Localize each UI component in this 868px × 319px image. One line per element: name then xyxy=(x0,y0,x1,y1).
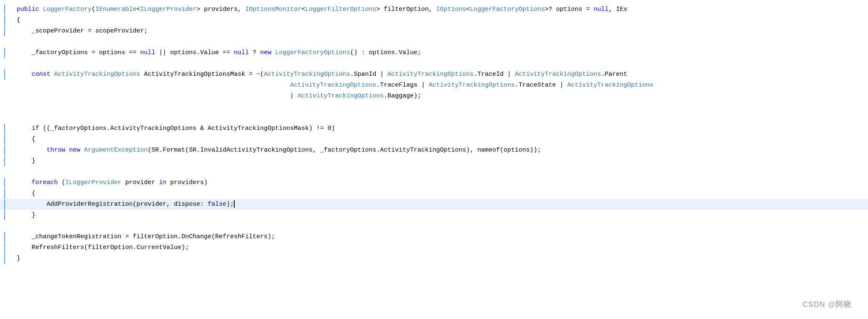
line-content: } xyxy=(8,156,35,166)
token-interface: ILoggerProvider xyxy=(140,6,196,13)
code-line: } xyxy=(0,156,868,167)
line-gutter xyxy=(0,70,5,80)
token-type: LoggerFactoryOptions xyxy=(275,49,350,56)
code-line: throw new ArgumentException(SR.Format(SR… xyxy=(0,145,868,156)
token-plain: ); xyxy=(226,201,234,208)
line-gutter xyxy=(0,189,5,199)
token-plain xyxy=(17,82,290,89)
token-plain: _scopeProvider = scopeProvider; xyxy=(17,27,148,35)
line-gutter xyxy=(0,59,5,69)
token-kw: false xyxy=(208,201,226,208)
token-type: ActivityTrackingOptions xyxy=(264,71,350,78)
token-plain: providers) xyxy=(166,179,208,186)
token-kw: null xyxy=(140,49,155,56)
code-line: public LoggerFactory(IEnumerable<ILogger… xyxy=(0,4,868,15)
token-plain: ? xyxy=(249,49,260,56)
line-gutter xyxy=(0,156,5,166)
line-content: _changeTokenRegistration = filterOption.… xyxy=(8,232,275,242)
token-plain: .TraceState | xyxy=(515,82,567,89)
line-gutter xyxy=(0,221,5,231)
code-line: _factoryOptions = options == null || opt… xyxy=(0,47,868,58)
token-plain: ( xyxy=(92,6,95,13)
line-gutter xyxy=(0,210,5,220)
token-plain xyxy=(271,49,275,56)
token-plain xyxy=(17,71,32,78)
token-interface: IOptions xyxy=(436,6,466,13)
code-line: { xyxy=(0,15,868,26)
code-line: } xyxy=(0,210,868,221)
line-content: if ((_factoryOptions.ActivityTrackingOpt… xyxy=(8,124,335,134)
code-line: _changeTokenRegistration = filterOption.… xyxy=(0,232,868,242)
token-plain xyxy=(65,147,69,154)
token-kw: public xyxy=(17,6,39,13)
token-type: ActivityTrackingOptions xyxy=(54,71,140,78)
token-plain: _changeTokenRegistration = filterOption.… xyxy=(17,233,275,240)
code-line: const ActivityTrackingOptions ActivityTr… xyxy=(0,69,868,80)
line-gutter xyxy=(0,145,5,155)
token-plain xyxy=(39,6,43,13)
token-plain: } xyxy=(17,157,35,164)
token-plain: .SpanId | xyxy=(350,71,387,78)
token-kw: const xyxy=(32,71,50,78)
code-line: } xyxy=(0,253,868,264)
token-plain: (SR.Format(SR.InvalidActivityTrackingOpt… xyxy=(148,147,541,154)
code-line xyxy=(0,221,868,232)
token-plain: RefreshFilters(filterOption.CurrentValue… xyxy=(17,244,189,251)
token-plain: ActivityTrackingOptionsMask = ~( xyxy=(140,71,264,78)
line-content xyxy=(8,113,20,123)
code-line xyxy=(0,167,868,177)
token-kw: throw xyxy=(47,147,65,154)
token-plain: >? options = xyxy=(545,6,593,13)
token-type: ActivityTrackingOptions xyxy=(515,71,601,78)
code-container: public LoggerFactory(IEnumerable<ILogger… xyxy=(0,0,868,319)
token-plain: < xyxy=(136,6,140,13)
line-gutter xyxy=(0,102,5,112)
token-type: ActivityTrackingOptions xyxy=(290,82,376,89)
line-content: RefreshFilters(filterOption.CurrentValue… xyxy=(8,243,189,253)
token-kw: in xyxy=(159,179,166,186)
token-plain: .Baggage); xyxy=(384,92,421,100)
line-content: { xyxy=(8,189,35,199)
line-content xyxy=(8,59,20,69)
token-interface: LoggerFactoryOptions xyxy=(470,6,545,13)
token-interface: LoggerFilterOptions xyxy=(305,6,376,13)
code-line: ActivityTrackingOptions.TraceFlags | Act… xyxy=(0,80,868,91)
token-plain: .TraceFlags | xyxy=(376,82,429,89)
line-gutter xyxy=(0,5,5,15)
token-plain: } xyxy=(17,255,20,262)
line-content: | ActivityTrackingOptions.Baggage); xyxy=(8,91,421,101)
code-line: AddProviderRegistration(provider, dispos… xyxy=(0,199,868,210)
line-gutter xyxy=(0,167,5,177)
code-line: if ((_factoryOptions.ActivityTrackingOpt… xyxy=(0,123,868,134)
line-content: } xyxy=(8,254,20,264)
token-kw: new xyxy=(69,147,80,154)
token-interface: ILoggerProvider xyxy=(65,179,122,186)
line-content: { xyxy=(8,15,20,25)
token-plain: .Parent xyxy=(601,71,627,78)
line-content xyxy=(8,102,20,112)
token-kw: foreach xyxy=(32,179,58,186)
token-plain: ( xyxy=(58,179,65,186)
token-plain: () : options.Value; xyxy=(350,49,421,56)
line-gutter xyxy=(0,26,5,36)
line-gutter xyxy=(0,232,5,242)
line-gutter xyxy=(0,37,5,47)
line-content xyxy=(8,221,20,231)
token-plain xyxy=(17,125,32,132)
token-kw: if xyxy=(32,125,39,132)
token-plain: AddProviderRegistration(provider, dispos… xyxy=(17,201,208,208)
token-plain: > providers, xyxy=(196,6,245,13)
line-content xyxy=(8,167,20,177)
text-cursor xyxy=(234,200,235,208)
token-plain: _factoryOptions = options == xyxy=(17,49,140,56)
token-kw: null xyxy=(593,6,608,13)
token-kw: new xyxy=(260,49,271,56)
watermark: CSDN @阿晓 xyxy=(802,299,851,311)
token-plain: , IEx xyxy=(608,6,627,13)
token-plain xyxy=(50,71,54,78)
token-plain: | xyxy=(17,92,298,100)
line-content: AddProviderRegistration(provider, dispos… xyxy=(8,199,235,209)
line-gutter xyxy=(0,80,5,90)
token-interface: IEnumerable xyxy=(95,6,136,13)
code-line: foreach (ILoggerProvider provider in pro… xyxy=(0,177,868,188)
